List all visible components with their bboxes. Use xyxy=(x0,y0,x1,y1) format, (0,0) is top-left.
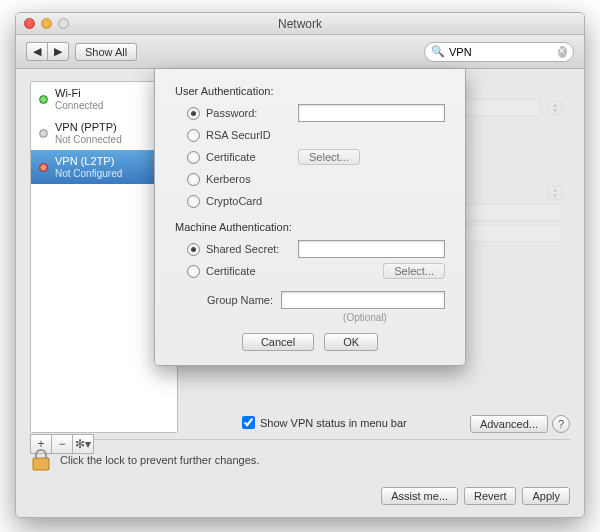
svg-rect-0 xyxy=(33,458,49,470)
cryptocard-radio[interactable] xyxy=(187,195,200,208)
shared-secret-radio[interactable] xyxy=(187,243,200,256)
user-auth-label: User Authentication: xyxy=(175,85,445,97)
kerberos-radio[interactable] xyxy=(187,173,200,186)
sidebar-item-status: Connected xyxy=(55,100,103,112)
sidebar-item-label: VPN (PPTP) xyxy=(55,121,122,134)
show-vpn-status-label: Show VPN status in menu bar xyxy=(260,417,407,429)
window-title: Network xyxy=(16,17,584,31)
machine-auth-label: Machine Authentication: xyxy=(175,221,445,233)
sidebar-item-label: Wi-Fi xyxy=(55,87,103,100)
nav-segment: ◀ ▶ xyxy=(26,42,69,61)
machine-cert-label: Certificate xyxy=(206,265,292,277)
password-label: Password: xyxy=(206,107,292,119)
help-button[interactable]: ? xyxy=(552,415,570,433)
group-name-label: Group Name: xyxy=(187,294,273,306)
sidebar-item-label: VPN (L2TP) xyxy=(55,155,122,168)
auth-settings-sheet: User Authentication: Password: RSA Secur… xyxy=(154,69,466,366)
status-dot-icon xyxy=(39,163,48,172)
clear-icon[interactable]: ✕ xyxy=(558,46,567,58)
cancel-button[interactable]: Cancel xyxy=(242,333,314,351)
show-all-button[interactable]: Show All xyxy=(75,43,137,61)
sheet-actions: Cancel OK xyxy=(175,333,445,351)
ok-button[interactable]: OK xyxy=(324,333,378,351)
network-prefs-window: Network ◀ ▶ Show All 🔍 ✕ Wi-Fi Connected xyxy=(15,12,585,518)
user-cert-select-button[interactable]: Select... xyxy=(298,149,360,165)
password-radio[interactable] xyxy=(187,107,200,120)
remove-service-button[interactable]: − xyxy=(51,434,73,454)
revert-button[interactable]: Revert xyxy=(464,487,516,505)
shared-secret-input[interactable] xyxy=(298,240,445,258)
search-icon: 🔍 xyxy=(431,45,445,58)
lock-text: Click the lock to prevent further change… xyxy=(60,454,259,466)
group-name-input[interactable] xyxy=(281,291,445,309)
user-auth-options: Password: RSA SecurID Certificate Select… xyxy=(175,103,445,211)
apply-button[interactable]: Apply xyxy=(522,487,570,505)
sidebar-item-status: Not Configured xyxy=(55,168,122,180)
status-dot-icon xyxy=(39,129,48,138)
forward-button[interactable]: ▶ xyxy=(47,42,69,61)
lock-row: Click the lock to prevent further change… xyxy=(16,440,584,472)
titlebar: Network xyxy=(16,13,584,35)
advanced-button[interactable]: Advanced... xyxy=(470,415,548,433)
search-input[interactable] xyxy=(449,46,554,58)
search-field[interactable]: 🔍 ✕ xyxy=(424,42,574,62)
zoom-icon xyxy=(58,18,69,29)
toolbar: ◀ ▶ Show All 🔍 ✕ xyxy=(16,35,584,69)
lock-icon[interactable] xyxy=(30,448,52,472)
sidebar-item-status: Not Connected xyxy=(55,134,122,146)
traffic-lights xyxy=(16,18,69,29)
certificate-label: Certificate xyxy=(206,151,292,163)
machine-auth-options: Shared Secret: Certificate Select... xyxy=(175,239,445,281)
status-dot-icon xyxy=(39,95,48,104)
machine-cert-select-button[interactable]: Select... xyxy=(383,263,445,279)
optional-hint: (Optional) xyxy=(175,312,445,323)
group-name-row: Group Name: xyxy=(175,291,445,309)
advanced-row: Advanced... ? xyxy=(470,415,570,433)
rsa-radio[interactable] xyxy=(187,129,200,142)
assist-button[interactable]: Assist me... xyxy=(381,487,458,505)
password-input[interactable] xyxy=(298,104,445,122)
close-icon[interactable] xyxy=(24,18,35,29)
shared-secret-label: Shared Secret: xyxy=(206,243,292,255)
footer-buttons: Assist me... Revert Apply xyxy=(381,487,570,505)
cryptocard-label: CryptoCard xyxy=(206,195,292,207)
machine-cert-radio[interactable] xyxy=(187,265,200,278)
service-actions-button[interactable]: ✻▾ xyxy=(72,434,94,454)
show-vpn-status-checkbox[interactable] xyxy=(242,416,255,429)
back-button[interactable]: ◀ xyxy=(26,42,47,61)
show-vpn-status-row: Show VPN status in menu bar xyxy=(242,416,407,429)
rsa-label: RSA SecurID xyxy=(206,129,292,141)
certificate-radio[interactable] xyxy=(187,151,200,164)
kerberos-label: Kerberos xyxy=(206,173,292,185)
minimize-icon[interactable] xyxy=(41,18,52,29)
